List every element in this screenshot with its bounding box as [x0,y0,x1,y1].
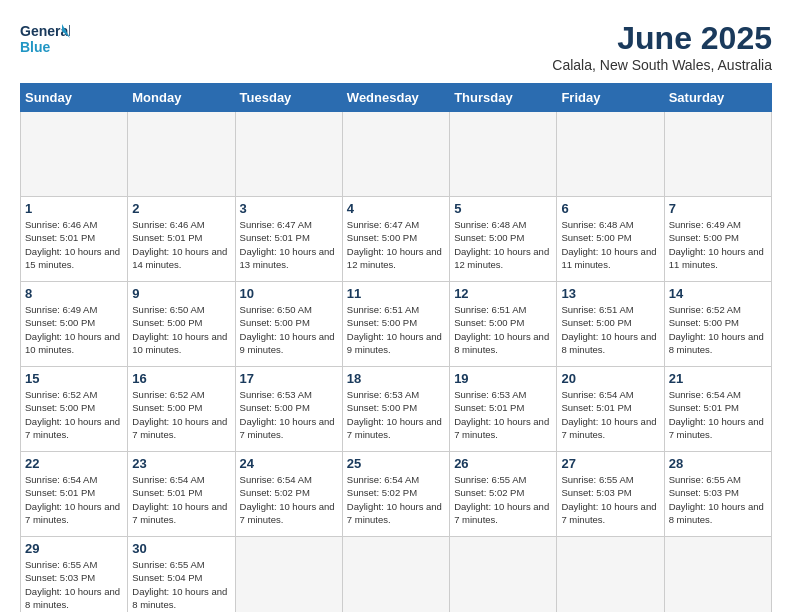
day-number: 15 [25,371,123,386]
calendar-week-row: 1Sunrise: 6:46 AMSunset: 5:01 PMDaylight… [21,197,772,282]
calendar-cell: 7Sunrise: 6:49 AMSunset: 5:00 PMDaylight… [664,197,771,282]
location: Calala, New South Wales, Australia [552,57,772,73]
day-info: Sunrise: 6:51 AMSunset: 5:00 PMDaylight:… [561,303,659,356]
calendar-cell: 1Sunrise: 6:46 AMSunset: 5:01 PMDaylight… [21,197,128,282]
svg-text:Blue: Blue [20,39,51,55]
title-block: June 2025 Calala, New South Wales, Austr… [552,20,772,73]
day-info: Sunrise: 6:55 AMSunset: 5:03 PMDaylight:… [669,473,767,526]
calendar-cell: 16Sunrise: 6:52 AMSunset: 5:00 PMDayligh… [128,367,235,452]
day-info: Sunrise: 6:54 AMSunset: 5:01 PMDaylight:… [25,473,123,526]
day-number: 4 [347,201,445,216]
calendar-cell: 5Sunrise: 6:48 AMSunset: 5:00 PMDaylight… [450,197,557,282]
day-info: Sunrise: 6:54 AMSunset: 5:01 PMDaylight:… [561,388,659,441]
day-info: Sunrise: 6:46 AMSunset: 5:01 PMDaylight:… [132,218,230,271]
day-number: 8 [25,286,123,301]
calendar-cell: 24Sunrise: 6:54 AMSunset: 5:02 PMDayligh… [235,452,342,537]
day-number: 19 [454,371,552,386]
calendar-cell: 3Sunrise: 6:47 AMSunset: 5:01 PMDaylight… [235,197,342,282]
day-info: Sunrise: 6:51 AMSunset: 5:00 PMDaylight:… [454,303,552,356]
calendar-cell [235,112,342,197]
day-info: Sunrise: 6:50 AMSunset: 5:00 PMDaylight:… [240,303,338,356]
calendar-cell: 11Sunrise: 6:51 AMSunset: 5:00 PMDayligh… [342,282,449,367]
day-number: 13 [561,286,659,301]
weekday-header: Thursday [450,84,557,112]
calendar-cell: 19Sunrise: 6:53 AMSunset: 5:01 PMDayligh… [450,367,557,452]
day-info: Sunrise: 6:52 AMSunset: 5:00 PMDaylight:… [25,388,123,441]
day-number: 21 [669,371,767,386]
day-number: 18 [347,371,445,386]
day-info: Sunrise: 6:55 AMSunset: 5:04 PMDaylight:… [132,558,230,611]
logo-svg: General Blue [20,20,70,65]
day-number: 27 [561,456,659,471]
day-info: Sunrise: 6:52 AMSunset: 5:00 PMDaylight:… [132,388,230,441]
day-number: 9 [132,286,230,301]
calendar-cell: 30Sunrise: 6:55 AMSunset: 5:04 PMDayligh… [128,537,235,613]
calendar-cell: 17Sunrise: 6:53 AMSunset: 5:00 PMDayligh… [235,367,342,452]
calendar-cell [664,537,771,613]
day-info: Sunrise: 6:50 AMSunset: 5:00 PMDaylight:… [132,303,230,356]
calendar-cell: 8Sunrise: 6:49 AMSunset: 5:00 PMDaylight… [21,282,128,367]
calendar-cell: 27Sunrise: 6:55 AMSunset: 5:03 PMDayligh… [557,452,664,537]
day-info: Sunrise: 6:55 AMSunset: 5:02 PMDaylight:… [454,473,552,526]
calendar-cell [342,112,449,197]
day-number: 6 [561,201,659,216]
day-number: 25 [347,456,445,471]
calendar-cell [450,537,557,613]
day-number: 10 [240,286,338,301]
calendar-week-row [21,112,772,197]
day-number: 29 [25,541,123,556]
calendar-cell: 28Sunrise: 6:55 AMSunset: 5:03 PMDayligh… [664,452,771,537]
day-number: 24 [240,456,338,471]
calendar-cell: 18Sunrise: 6:53 AMSunset: 5:00 PMDayligh… [342,367,449,452]
weekday-header: Tuesday [235,84,342,112]
day-number: 14 [669,286,767,301]
day-number: 30 [132,541,230,556]
day-info: Sunrise: 6:48 AMSunset: 5:00 PMDaylight:… [561,218,659,271]
calendar-cell: 20Sunrise: 6:54 AMSunset: 5:01 PMDayligh… [557,367,664,452]
calendar-cell: 22Sunrise: 6:54 AMSunset: 5:01 PMDayligh… [21,452,128,537]
calendar-cell [664,112,771,197]
calendar-cell: 9Sunrise: 6:50 AMSunset: 5:00 PMDaylight… [128,282,235,367]
day-info: Sunrise: 6:47 AMSunset: 5:00 PMDaylight:… [347,218,445,271]
day-info: Sunrise: 6:53 AMSunset: 5:00 PMDaylight:… [347,388,445,441]
day-info: Sunrise: 6:53 AMSunset: 5:01 PMDaylight:… [454,388,552,441]
page-header: General Blue June 2025 Calala, New South… [20,20,772,73]
day-number: 3 [240,201,338,216]
calendar-cell [235,537,342,613]
calendar-header-row: SundayMondayTuesdayWednesdayThursdayFrid… [21,84,772,112]
day-number: 16 [132,371,230,386]
logo: General Blue [20,20,70,65]
calendar-cell: 23Sunrise: 6:54 AMSunset: 5:01 PMDayligh… [128,452,235,537]
day-number: 11 [347,286,445,301]
day-info: Sunrise: 6:48 AMSunset: 5:00 PMDaylight:… [454,218,552,271]
calendar-cell: 12Sunrise: 6:51 AMSunset: 5:00 PMDayligh… [450,282,557,367]
calendar-table: SundayMondayTuesdayWednesdayThursdayFrid… [20,83,772,612]
day-number: 5 [454,201,552,216]
weekday-header: Monday [128,84,235,112]
day-info: Sunrise: 6:47 AMSunset: 5:01 PMDaylight:… [240,218,338,271]
calendar-cell: 4Sunrise: 6:47 AMSunset: 5:00 PMDaylight… [342,197,449,282]
calendar-cell [342,537,449,613]
calendar-week-row: 29Sunrise: 6:55 AMSunset: 5:03 PMDayligh… [21,537,772,613]
day-number: 17 [240,371,338,386]
calendar-cell [557,537,664,613]
weekday-header: Wednesday [342,84,449,112]
calendar-cell: 6Sunrise: 6:48 AMSunset: 5:00 PMDaylight… [557,197,664,282]
day-number: 12 [454,286,552,301]
day-info: Sunrise: 6:55 AMSunset: 5:03 PMDaylight:… [25,558,123,611]
calendar-cell: 15Sunrise: 6:52 AMSunset: 5:00 PMDayligh… [21,367,128,452]
calendar-cell [450,112,557,197]
day-number: 22 [25,456,123,471]
day-number: 28 [669,456,767,471]
calendar-week-row: 15Sunrise: 6:52 AMSunset: 5:00 PMDayligh… [21,367,772,452]
calendar-cell: 14Sunrise: 6:52 AMSunset: 5:00 PMDayligh… [664,282,771,367]
weekday-header: Saturday [664,84,771,112]
day-info: Sunrise: 6:54 AMSunset: 5:01 PMDaylight:… [669,388,767,441]
day-number: 23 [132,456,230,471]
day-info: Sunrise: 6:46 AMSunset: 5:01 PMDaylight:… [25,218,123,271]
month-title: June 2025 [552,20,772,57]
calendar-cell: 25Sunrise: 6:54 AMSunset: 5:02 PMDayligh… [342,452,449,537]
day-info: Sunrise: 6:51 AMSunset: 5:00 PMDaylight:… [347,303,445,356]
day-number: 2 [132,201,230,216]
calendar-cell: 26Sunrise: 6:55 AMSunset: 5:02 PMDayligh… [450,452,557,537]
